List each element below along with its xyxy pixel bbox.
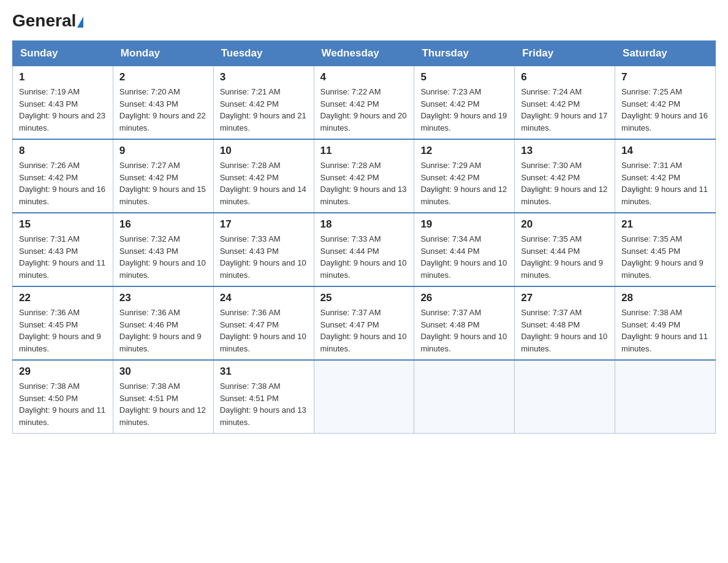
day-number: 19 xyxy=(420,218,508,231)
day-number: 13 xyxy=(521,145,609,157)
calendar-cell: 10Sunrise: 7:28 AMSunset: 4:42 PMDayligh… xyxy=(213,139,314,213)
day-number: 14 xyxy=(621,145,709,157)
calendar-cell: 5Sunrise: 7:23 AMSunset: 4:42 PMDaylight… xyxy=(414,66,515,140)
day-number: 9 xyxy=(119,145,207,157)
calendar-cell: 20Sunrise: 7:35 AMSunset: 4:44 PMDayligh… xyxy=(515,213,615,286)
calendar-cell xyxy=(314,360,414,434)
day-info: Sunrise: 7:33 AMSunset: 4:43 PMDaylight:… xyxy=(220,233,308,281)
logo: General xyxy=(12,12,83,28)
day-number: 6 xyxy=(521,71,609,83)
calendar-cell: 30Sunrise: 7:38 AMSunset: 4:51 PMDayligh… xyxy=(113,360,213,434)
day-info: Sunrise: 7:31 AMSunset: 4:42 PMDaylight:… xyxy=(621,159,709,207)
day-number: 8 xyxy=(19,145,107,157)
col-friday: Friday xyxy=(515,41,615,66)
calendar-week-row: 29Sunrise: 7:38 AMSunset: 4:50 PMDayligh… xyxy=(13,360,716,434)
day-number: 5 xyxy=(420,71,508,83)
day-info: Sunrise: 7:38 AMSunset: 4:51 PMDaylight:… xyxy=(220,380,308,428)
calendar-cell: 27Sunrise: 7:37 AMSunset: 4:48 PMDayligh… xyxy=(515,286,615,360)
day-number: 27 xyxy=(521,292,609,304)
col-saturday: Saturday xyxy=(615,41,716,66)
day-info: Sunrise: 7:35 AMSunset: 4:44 PMDaylight:… xyxy=(521,233,609,281)
day-number: 28 xyxy=(621,292,709,304)
calendar-cell: 26Sunrise: 7:37 AMSunset: 4:48 PMDayligh… xyxy=(414,286,515,360)
day-number: 18 xyxy=(320,218,408,231)
calendar-cell xyxy=(414,360,515,434)
calendar-cell: 1Sunrise: 7:19 AMSunset: 4:43 PMDaylight… xyxy=(13,66,113,140)
calendar-cell: 22Sunrise: 7:36 AMSunset: 4:45 PMDayligh… xyxy=(13,286,113,360)
calendar-cell: 12Sunrise: 7:29 AMSunset: 4:42 PMDayligh… xyxy=(414,139,515,213)
calendar-cell: 15Sunrise: 7:31 AMSunset: 4:43 PMDayligh… xyxy=(13,213,113,286)
day-info: Sunrise: 7:36 AMSunset: 4:47 PMDaylight:… xyxy=(220,307,308,354)
calendar-cell: 31Sunrise: 7:38 AMSunset: 4:51 PMDayligh… xyxy=(213,360,314,434)
day-number: 23 xyxy=(119,292,207,304)
col-wednesday: Wednesday xyxy=(314,41,414,66)
calendar-header-row: Sunday Monday Tuesday Wednesday Thursday… xyxy=(13,41,716,66)
day-number: 25 xyxy=(320,292,408,304)
calendar-cell: 23Sunrise: 7:36 AMSunset: 4:46 PMDayligh… xyxy=(113,286,213,360)
day-info: Sunrise: 7:35 AMSunset: 4:45 PMDaylight:… xyxy=(621,233,709,281)
day-info: Sunrise: 7:27 AMSunset: 4:42 PMDaylight:… xyxy=(119,159,207,207)
day-number: 15 xyxy=(19,218,107,231)
calendar-cell: 16Sunrise: 7:32 AMSunset: 4:43 PMDayligh… xyxy=(113,213,213,286)
day-number: 3 xyxy=(220,71,308,83)
calendar-cell: 8Sunrise: 7:26 AMSunset: 4:42 PMDaylight… xyxy=(13,139,113,213)
day-info: Sunrise: 7:33 AMSunset: 4:44 PMDaylight:… xyxy=(320,233,408,281)
day-number: 4 xyxy=(320,71,408,83)
col-tuesday: Tuesday xyxy=(213,41,314,66)
day-number: 31 xyxy=(220,366,308,378)
day-info: Sunrise: 7:25 AMSunset: 4:42 PMDaylight:… xyxy=(621,86,709,134)
calendar-cell: 3Sunrise: 7:21 AMSunset: 4:42 PMDaylight… xyxy=(213,66,314,140)
calendar-cell: 17Sunrise: 7:33 AMSunset: 4:43 PMDayligh… xyxy=(213,213,314,286)
day-number: 26 xyxy=(420,292,508,304)
calendar-cell xyxy=(615,360,716,434)
calendar-cell: 25Sunrise: 7:37 AMSunset: 4:47 PMDayligh… xyxy=(314,286,414,360)
day-number: 24 xyxy=(220,292,308,304)
day-info: Sunrise: 7:22 AMSunset: 4:42 PMDaylight:… xyxy=(320,86,408,134)
day-number: 17 xyxy=(220,218,308,231)
calendar-week-row: 15Sunrise: 7:31 AMSunset: 4:43 PMDayligh… xyxy=(13,213,716,286)
day-number: 21 xyxy=(621,218,709,231)
day-info: Sunrise: 7:38 AMSunset: 4:50 PMDaylight:… xyxy=(19,380,107,428)
calendar-cell: 18Sunrise: 7:33 AMSunset: 4:44 PMDayligh… xyxy=(314,213,414,286)
day-info: Sunrise: 7:32 AMSunset: 4:43 PMDaylight:… xyxy=(119,233,207,281)
day-info: Sunrise: 7:28 AMSunset: 4:42 PMDaylight:… xyxy=(320,159,408,207)
day-number: 7 xyxy=(621,71,709,83)
day-number: 29 xyxy=(19,366,107,378)
day-info: Sunrise: 7:20 AMSunset: 4:43 PMDaylight:… xyxy=(119,86,207,134)
calendar-cell xyxy=(515,360,615,434)
day-info: Sunrise: 7:28 AMSunset: 4:42 PMDaylight:… xyxy=(220,159,308,207)
day-info: Sunrise: 7:19 AMSunset: 4:43 PMDaylight:… xyxy=(19,86,107,134)
calendar-cell: 13Sunrise: 7:30 AMSunset: 4:42 PMDayligh… xyxy=(515,139,615,213)
day-info: Sunrise: 7:36 AMSunset: 4:45 PMDaylight:… xyxy=(19,307,107,354)
day-info: Sunrise: 7:38 AMSunset: 4:49 PMDaylight:… xyxy=(621,307,709,354)
logo-triangle-icon xyxy=(77,17,83,28)
calendar-cell: 6Sunrise: 7:24 AMSunset: 4:42 PMDaylight… xyxy=(515,66,615,140)
day-info: Sunrise: 7:30 AMSunset: 4:42 PMDaylight:… xyxy=(521,159,609,207)
day-info: Sunrise: 7:37 AMSunset: 4:48 PMDaylight:… xyxy=(420,307,508,354)
calendar-table: Sunday Monday Tuesday Wednesday Thursday… xyxy=(12,40,716,434)
day-info: Sunrise: 7:29 AMSunset: 4:42 PMDaylight:… xyxy=(420,159,508,207)
calendar-cell: 9Sunrise: 7:27 AMSunset: 4:42 PMDaylight… xyxy=(113,139,213,213)
calendar-cell: 19Sunrise: 7:34 AMSunset: 4:44 PMDayligh… xyxy=(414,213,515,286)
day-info: Sunrise: 7:34 AMSunset: 4:44 PMDaylight:… xyxy=(420,233,508,281)
day-number: 20 xyxy=(521,218,609,231)
day-info: Sunrise: 7:37 AMSunset: 4:47 PMDaylight:… xyxy=(320,307,408,354)
day-number: 16 xyxy=(119,218,207,231)
calendar-week-row: 22Sunrise: 7:36 AMSunset: 4:45 PMDayligh… xyxy=(13,286,716,360)
col-sunday: Sunday xyxy=(13,41,113,66)
calendar-cell: 29Sunrise: 7:38 AMSunset: 4:50 PMDayligh… xyxy=(13,360,113,434)
logo-main: General xyxy=(12,12,83,29)
calendar-week-row: 1Sunrise: 7:19 AMSunset: 4:43 PMDaylight… xyxy=(13,66,716,140)
col-thursday: Thursday xyxy=(414,41,515,66)
calendar-cell: 2Sunrise: 7:20 AMSunset: 4:43 PMDaylight… xyxy=(113,66,213,140)
col-monday: Monday xyxy=(113,41,213,66)
calendar-cell: 4Sunrise: 7:22 AMSunset: 4:42 PMDaylight… xyxy=(314,66,414,140)
day-number: 22 xyxy=(19,292,107,304)
day-number: 1 xyxy=(19,71,107,83)
day-number: 2 xyxy=(119,71,207,83)
calendar-cell: 28Sunrise: 7:38 AMSunset: 4:49 PMDayligh… xyxy=(615,286,716,360)
day-number: 12 xyxy=(420,145,508,157)
day-number: 10 xyxy=(220,145,308,157)
calendar-cell: 14Sunrise: 7:31 AMSunset: 4:42 PMDayligh… xyxy=(615,139,716,213)
day-info: Sunrise: 7:37 AMSunset: 4:48 PMDaylight:… xyxy=(521,307,609,354)
